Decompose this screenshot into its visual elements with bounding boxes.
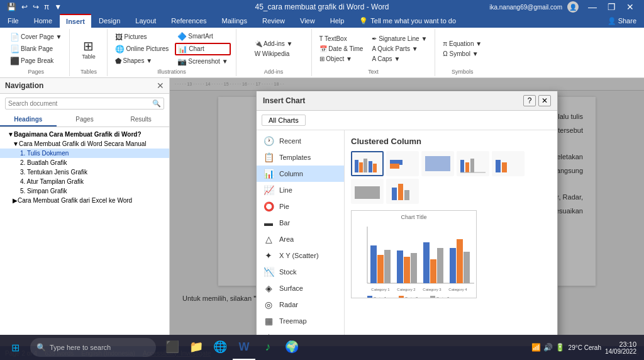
online-pictures-button[interactable]: 🌐 Online Pictures xyxy=(113,43,171,55)
battery-icon[interactable]: 🔋 xyxy=(555,343,565,352)
table-button[interactable]: ⊞ Table xyxy=(77,37,100,62)
tab-pages[interactable]: Pages xyxy=(57,113,113,127)
svg-rect-0 xyxy=(355,160,358,172)
signature-button[interactable]: ✒ Signature Line ▼ xyxy=(369,34,430,43)
text-box-button[interactable]: T TextBox xyxy=(317,34,366,43)
tab-insert[interactable]: Insert xyxy=(60,14,91,28)
blank-page-button[interactable]: 📃 Blank Page xyxy=(8,43,64,55)
chart-type-templates[interactable]: 📋 Templates xyxy=(257,149,344,166)
chart-type-sunburst[interactable]: ☀ Sunburst xyxy=(257,329,344,335)
dialog-help-button[interactable]: ? xyxy=(523,95,536,106)
nav-heading-3-4[interactable]: 4. Atur Tampilan Grafik xyxy=(0,177,169,186)
qa-menu[interactable]: ▼ xyxy=(52,3,64,11)
chart-type-line[interactable]: 📈 Line xyxy=(257,182,344,198)
taskbar-app-edge[interactable]: 🌐 xyxy=(209,335,231,360)
tab-design[interactable]: Design xyxy=(91,14,128,28)
chart-type-bar[interactable]: ▬ Bar xyxy=(257,215,344,231)
nav-close-icon[interactable]: ✕ xyxy=(157,81,164,91)
nav-search-input[interactable] xyxy=(8,100,152,107)
nav-heading-3-3[interactable]: 3. Tentukan Jenis Grafik xyxy=(0,167,169,177)
tab-layout[interactable]: Layout xyxy=(128,14,164,28)
screenshot-button[interactable]: 📷 Screenshot ▼ xyxy=(175,56,230,67)
nav-heading-2[interactable]: ▼Cara Membuat Grafik di Word Secara Manu… xyxy=(0,139,169,149)
chart-thumb-4[interactable] xyxy=(457,151,489,176)
qa-redo[interactable]: ↪ xyxy=(31,3,41,11)
chart-type-pie[interactable]: ⭕ Pie xyxy=(257,198,344,215)
chart-button[interactable]: 📊 Chart xyxy=(175,43,230,55)
minimize-icon[interactable]: — xyxy=(584,0,601,14)
qa-undo[interactable]: ↩ xyxy=(19,3,30,11)
tab-view[interactable]: View xyxy=(292,14,323,28)
page-break-button[interactable]: ⬛ Page Break xyxy=(8,55,64,67)
wikipedia-button[interactable]: W Wikipedia xyxy=(252,49,296,59)
taskbar-search[interactable]: 🔍 Type here to search xyxy=(30,338,156,357)
network-icon[interactable]: 📶 xyxy=(531,343,541,352)
nav-heading-3-2[interactable]: 2. Buatlah Grafik xyxy=(0,158,169,167)
object-button[interactable]: ⊞ Object ▼ xyxy=(317,54,366,64)
toolbar-group-symbols: π Equation ▼ Ω Symbol ▼ Symbols xyxy=(435,29,489,76)
chart-type-stock[interactable]: 📉 Stock xyxy=(257,264,344,280)
chart-thumb-5[interactable] xyxy=(492,151,525,176)
taskbar-app-explorer[interactable]: 📁 xyxy=(185,335,208,360)
nav-search-box[interactable]: 🔍 xyxy=(5,98,164,110)
nav-heading-3-5[interactable]: 5. Simpan Grafik xyxy=(0,186,169,196)
chart-thumb-7[interactable] xyxy=(386,179,419,204)
share-button[interactable]: 👤 Share xyxy=(600,17,644,25)
chart-type-treemap[interactable]: ▦ Treemap xyxy=(257,313,344,329)
smartart-button[interactable]: 🔷 SmartArt xyxy=(175,31,230,42)
taskbar-app-word[interactable]: W xyxy=(233,335,255,360)
tab-help[interactable]: Help xyxy=(323,14,352,28)
symbol-button[interactable]: Ω Symbol ▼ xyxy=(440,49,484,59)
chart-type-radar[interactable]: ◎ Radar xyxy=(257,296,344,313)
tab-file[interactable]: File xyxy=(0,14,26,28)
nav-heading-2-2[interactable]: ▶Cara Membuat Grafik dari Excel ke Word xyxy=(0,196,169,205)
chart-thumbnails xyxy=(351,151,551,204)
chart-type-surface[interactable]: ◈ Surface xyxy=(257,280,344,296)
pictures-button[interactable]: 🖼 Pictures xyxy=(113,31,171,43)
chart-type-column[interactable]: 📊 Column xyxy=(257,166,344,182)
illus-col1: 🖼 Pictures 🌐 Online Pictures ⬟ Shapes ▼ xyxy=(113,31,171,67)
svg-text:Category 1: Category 1 xyxy=(371,288,390,291)
date-time-button[interactable]: 📅 Date & Time xyxy=(317,44,366,53)
add-in-button[interactable]: 🔌 Add-ins ▼ xyxy=(252,39,296,48)
tab-results[interactable]: Results xyxy=(113,113,169,127)
qa-pi[interactable]: π xyxy=(42,3,51,11)
chart-thumb-1[interactable] xyxy=(351,151,384,176)
tab-references[interactable]: References xyxy=(164,14,214,28)
nav-heading-3-1[interactable]: 1. Tulis Dokumen xyxy=(0,149,169,158)
taskbar-app-spotify[interactable]: ♪ xyxy=(257,335,279,360)
tab-review[interactable]: Review xyxy=(255,14,292,28)
svg-rect-10 xyxy=(470,159,474,172)
qa-save[interactable]: 💾 xyxy=(5,3,18,11)
svg-rect-30 xyxy=(457,239,463,283)
volume-icon[interactable]: 🔊 xyxy=(543,343,553,352)
restore-icon[interactable]: ❐ xyxy=(602,0,620,14)
chart-thumb-6[interactable] xyxy=(351,179,384,204)
taskbar-app-taskview[interactable]: ⬛ xyxy=(161,335,184,360)
word-icon: W xyxy=(239,340,250,354)
tab-mailings[interactable]: Mailings xyxy=(214,14,255,28)
tab-headings[interactable]: Headings xyxy=(0,113,57,127)
dialog-close-button[interactable]: ✕ xyxy=(538,95,551,106)
chart-type-scatter[interactable]: ✦ X Y (Scatter) xyxy=(257,247,344,264)
start-button[interactable]: ⊞ xyxy=(3,335,28,360)
drop-cap-button[interactable]: A Caps ▼ xyxy=(369,54,430,64)
tab-tell-me[interactable]: 💡 Tell me what you want to do xyxy=(352,14,464,28)
chart-thumb-3[interactable] xyxy=(421,151,454,176)
cover-page-button[interactable]: 📄 Cover Page ▼ xyxy=(8,31,64,43)
temperature-display: 29°C Cerah xyxy=(569,344,601,351)
chart-type-area[interactable]: △ Area xyxy=(257,231,344,247)
nav-heading-1[interactable]: ▼Bagaimana Cara Membuat Grafik di Word? xyxy=(0,130,169,139)
shapes-button[interactable]: ⬟ Shapes ▼ xyxy=(113,55,171,67)
clock[interactable]: 23:10 14/09/2022 xyxy=(605,340,636,355)
all-charts-tab[interactable]: All Charts xyxy=(262,115,306,126)
close-icon[interactable]: ✕ xyxy=(621,0,639,14)
text-col2: ✒ Signature Line ▼ A Quick Parts ▼ A Cap… xyxy=(369,34,430,64)
tab-home[interactable]: Home xyxy=(26,14,60,28)
equation-button[interactable]: π Equation ▼ xyxy=(440,39,484,48)
taskbar-app-chrome[interactable]: 🌍 xyxy=(280,335,303,360)
chart-thumb-2[interactable] xyxy=(386,151,419,176)
dialog-title-bar: Insert Chart ? ✕ xyxy=(257,91,557,111)
wordart-button[interactable]: A Quick Parts ▼ xyxy=(369,44,430,53)
chart-type-recent[interactable]: 🕐 Recent xyxy=(257,133,344,149)
